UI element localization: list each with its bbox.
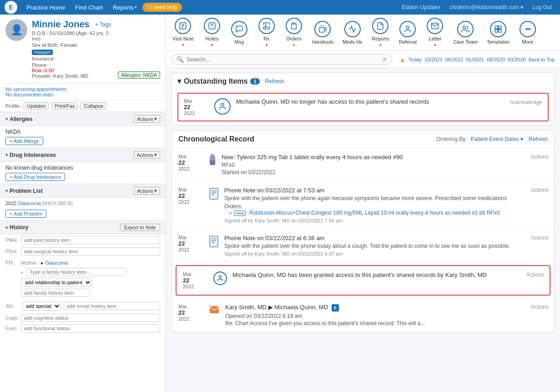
svg-rect-20 xyxy=(210,156,215,161)
patient-header: 👤 Minnie Jones + Tags D.O.B.: 01/10/1980… xyxy=(0,15,166,84)
problem-list-actions-button[interactable]: Actions xyxy=(134,187,160,195)
acknowledge-link[interactable]: Acknowledge xyxy=(510,99,542,106)
record-body-text-1: Spoke with the patient over the phone ag… xyxy=(224,195,548,201)
timeline-mar2020[interactable]: 03/2020 xyxy=(508,57,526,62)
allergies-badge[interactable]: Allergies: NKDA xyxy=(118,71,160,79)
timeline-marker-icon: ▲ xyxy=(399,56,406,63)
outstanding-items-header[interactable]: Outstanding Items 1 Refresh xyxy=(172,73,554,89)
reports-dropdown-icon xyxy=(378,43,382,47)
account-dropdown-icon xyxy=(520,4,523,10)
record-actions-3[interactable]: Actions xyxy=(526,271,544,278)
more-button[interactable]: ••• More xyxy=(514,15,541,50)
record-orders-1: Orders: New Robitussin Mucus+Chest Conge… xyxy=(224,203,548,216)
timeline-jan2021[interactable]: 01/2021 xyxy=(466,57,484,62)
history-section-header[interactable]: History Export to Note xyxy=(0,221,166,234)
svg-rect-25 xyxy=(210,236,218,247)
svg-rect-30 xyxy=(210,306,219,313)
nav-find-chart[interactable]: Find Chart xyxy=(71,2,107,13)
help-button[interactable]: ! I need help xyxy=(142,3,182,12)
outstanding-count-badge: 1 xyxy=(250,78,259,85)
fh-relationship-select[interactable]: add relationship to patient xyxy=(21,278,92,287)
record-actions-2[interactable]: Actions xyxy=(531,235,549,241)
notes-button[interactable]: Notes xyxy=(198,15,226,50)
add-allergy-button[interactable]: + Add Allergy xyxy=(5,137,43,145)
elation-updates-link[interactable]: Elation Updates xyxy=(398,2,444,12)
record-title-0: New: Tylenol 325 mg Tab 1 tablet orally … xyxy=(222,154,548,161)
more-icon: ••• xyxy=(520,21,536,37)
timeline-oct2021[interactable]: 10/2021 xyxy=(424,57,443,62)
fh-add-item-input[interactable] xyxy=(21,289,90,297)
record-detail-0: Started on 03/22/2022 xyxy=(222,169,548,176)
record-actions-0[interactable]: Actions xyxy=(531,154,549,160)
ordering-dropdown-icon xyxy=(520,136,523,142)
sh-type-select[interactable]: add special xyxy=(22,302,61,311)
sh-input[interactable] xyxy=(64,302,160,310)
chrono-refresh-link[interactable]: Refresh xyxy=(529,136,548,142)
nav-practice-home[interactable]: Practice Home xyxy=(22,2,70,13)
problem-list-section-header[interactable]: Problem List Actions xyxy=(0,184,166,198)
record-date-4: Mar 22 2022 xyxy=(178,304,203,322)
timeline-jun2021[interactable]: 06/2021 xyxy=(445,57,464,62)
cogn-input[interactable] xyxy=(21,314,160,322)
mother-label: Mother: xyxy=(21,260,38,266)
visit-note-button[interactable]: Visit Note xyxy=(168,15,198,50)
glaucoma-link[interactable]: Glaucoma xyxy=(18,201,41,206)
rx-dropdown-icon xyxy=(265,43,268,47)
ordering-value[interactable]: Patient Event Dates xyxy=(471,136,523,142)
patient-dob: D.O.B.: 01/10/1980 (Age: 42 yrs, 2 mo) xyxy=(32,30,113,41)
export-to-note-button[interactable]: Export to Note xyxy=(120,224,160,231)
allergies-actions-button[interactable]: Actions xyxy=(134,115,160,123)
psh-input[interactable] xyxy=(21,247,160,256)
fh-label: FH: xyxy=(5,260,19,266)
collapse-button[interactable]: Collapse xyxy=(81,102,106,110)
templates-button[interactable]: Templates xyxy=(482,15,514,50)
outstanding-item: Mar 22 2022 Michaela Quinn, MD no longer… xyxy=(177,93,549,121)
func-input[interactable] xyxy=(21,324,160,332)
patient-tags-button[interactable]: + Tags xyxy=(95,21,111,28)
care-team-button[interactable]: Care Team xyxy=(449,15,482,50)
no-visits-link[interactable]: No documented visits xyxy=(5,92,160,97)
nav-reports[interactable]: Reports xyxy=(108,2,142,13)
record-sub-0: RFx0 xyxy=(222,162,548,168)
updates-button[interactable]: Updates xyxy=(24,102,49,110)
no-appointments-link[interactable]: No upcoming appointments xyxy=(5,86,160,92)
add-problem-button[interactable]: + Add Problem xyxy=(5,210,46,218)
app-logo[interactable]: E xyxy=(5,1,17,14)
timeline-today[interactable]: Today xyxy=(409,57,422,62)
record-title-3: Michaela Quinn, MD has been granted acce… xyxy=(232,271,543,278)
allergies-section-header[interactable]: Allergies Actions xyxy=(0,112,166,126)
fh-type-input[interactable] xyxy=(26,268,126,276)
record-actions-1[interactable]: Actions xyxy=(531,187,549,193)
msg-button[interactable]: Msg xyxy=(226,15,253,50)
add-drug-intolerance-button[interactable]: + Add Drug Intolerance xyxy=(5,173,65,181)
record-actions-4[interactable]: Actions xyxy=(531,304,549,310)
orders-button[interactable]: Orders xyxy=(280,15,308,50)
reports-toolbar-button[interactable]: Reports xyxy=(367,15,394,50)
timeline-aug2020[interactable]: 08/2020 xyxy=(487,57,505,62)
rx-button[interactable]: Rx xyxy=(253,15,280,50)
referral-button[interactable]: Referral xyxy=(394,15,421,50)
patient-info: Minnie Jones + Tags D.O.B.: 01/10/1980 (… xyxy=(32,19,113,79)
logout-link[interactable]: Log Out xyxy=(529,2,555,12)
email-icon-4 xyxy=(209,304,220,317)
back-to-top-link[interactable]: Back to Top xyxy=(529,57,555,62)
notes-icon xyxy=(204,18,220,34)
order-link-1[interactable]: Robitussin Mucus+Chest Congest 100 mg/5M… xyxy=(249,210,500,216)
pmh-input[interactable] xyxy=(21,236,160,244)
outstanding-refresh-link[interactable]: Refresh xyxy=(265,78,284,85)
drug-intolerances-actions-button[interactable]: Actions xyxy=(134,151,160,159)
passport-badge[interactable]: Passport xyxy=(32,50,53,55)
search-clear-icon[interactable]: ✕ xyxy=(382,56,387,63)
handouts-button[interactable]: Handouts xyxy=(308,15,338,50)
drug-intolerances-section-header[interactable]: Drug Intolerances Actions xyxy=(0,148,166,162)
search-input[interactable] xyxy=(187,56,382,63)
order-expand-icon xyxy=(230,210,232,216)
problem-item-glaucoma: 2022 Glaucoma [H40.9 (365.9)] xyxy=(5,201,160,206)
user-account-link[interactable]: chrdemo@elationhealth.com xyxy=(446,2,527,12)
psh-row: PSH: xyxy=(0,246,166,256)
letter-button[interactable]: Letter xyxy=(421,15,449,50)
print-fax-button[interactable]: Print/Fax xyxy=(51,102,78,110)
fh-relationship-row: add relationship to patient xyxy=(21,278,160,287)
svg-rect-18 xyxy=(211,154,214,156)
meds-hx-button[interactable]: Meds Hx xyxy=(338,15,367,50)
